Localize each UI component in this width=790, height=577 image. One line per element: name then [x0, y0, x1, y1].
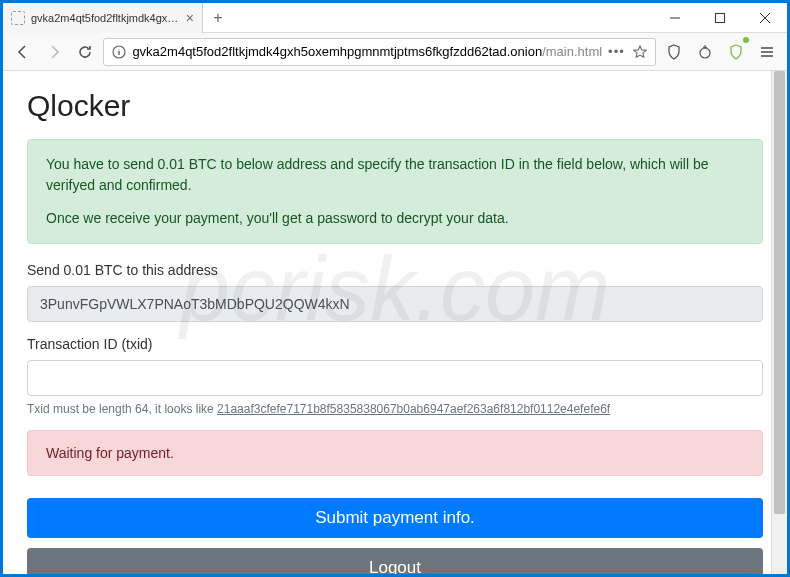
scrollbar[interactable]: [771, 71, 787, 574]
txid-field[interactable]: [27, 360, 763, 396]
titlebar: gvka2m4qt5fod2fltkjmdk4gxh5oxe × +: [3, 3, 787, 33]
instructions-alert: You have to send 0.01 BTC to below addre…: [27, 139, 763, 244]
submit-button[interactable]: Submit payment info.: [27, 498, 763, 538]
url-bar[interactable]: gvka2m4qt5fod2fltkjmdk4gxh5oxemhpgmnmtjp…: [103, 38, 655, 66]
maximize-button[interactable]: [697, 3, 742, 32]
tab-title: gvka2m4qt5fod2fltkjmdk4gxh5oxe: [31, 12, 180, 24]
toolbar: gvka2m4qt5fod2fltkjmdk4gxh5oxemhpgmnmtjp…: [3, 33, 787, 71]
reload-button[interactable]: [73, 38, 98, 66]
browser-tab[interactable]: gvka2m4qt5fod2fltkjmdk4gxh5oxe ×: [3, 3, 203, 33]
logout-button[interactable]: Logout: [27, 548, 763, 574]
status-message: Waiting for payment.: [46, 445, 174, 461]
url-text: gvka2m4qt5fod2fltkjmdk4gxh5oxemhpgmnmtjp…: [132, 44, 602, 59]
btc-address-field[interactable]: [27, 286, 763, 322]
minimize-button[interactable]: [652, 3, 697, 32]
close-tab-icon[interactable]: ×: [186, 10, 194, 26]
shield-icon[interactable]: [662, 38, 687, 66]
page-title: Qlocker: [27, 89, 763, 123]
page-actions-icon[interactable]: •••: [608, 44, 625, 59]
instruction-line-1: You have to send 0.01 BTC to below addre…: [46, 154, 744, 196]
txid-help-text: Txid must be length 64, it looks like 21…: [27, 402, 763, 416]
svg-point-7: [700, 48, 710, 58]
bookmark-icon[interactable]: [633, 45, 647, 59]
favicon-icon: [11, 11, 25, 25]
btc-address-label: Send 0.01 BTC to this address: [27, 262, 763, 278]
window-controls: [652, 3, 787, 32]
instruction-line-2: Once we receive your payment, you'll get…: [46, 208, 744, 229]
info-icon: [112, 45, 126, 59]
svg-rect-1: [715, 13, 724, 22]
menu-button[interactable]: [754, 38, 779, 66]
page-content: Qlocker You have to send 0.01 BTC to bel…: [3, 71, 787, 574]
scrollbar-thumb[interactable]: [774, 71, 785, 514]
onion-icon[interactable]: [693, 38, 718, 66]
forward-button[interactable]: [42, 38, 67, 66]
browser-window: gvka2m4qt5fod2fltkjmdk4gxh5oxe × +: [3, 3, 787, 574]
close-window-button[interactable]: [742, 3, 787, 32]
new-tab-button[interactable]: +: [203, 3, 233, 32]
security-level-icon[interactable]: [723, 38, 748, 66]
back-button[interactable]: [11, 38, 36, 66]
status-alert: Waiting for payment.: [27, 430, 763, 476]
txid-label: Transaction ID (txid): [27, 336, 763, 352]
